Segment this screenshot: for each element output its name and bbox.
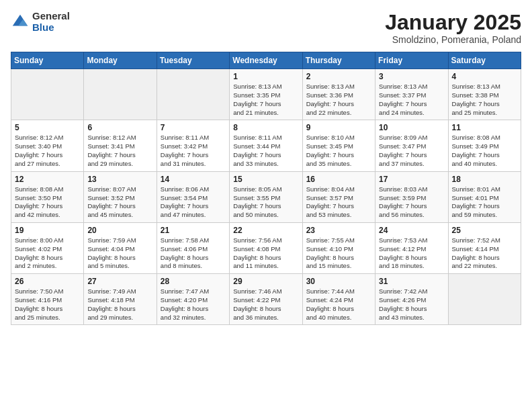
day-info: Sunrise: 8:05 AM Sunset: 3:55 PM Dayligh… <box>233 185 298 220</box>
day-info: Sunrise: 8:13 AM Sunset: 3:35 PM Dayligh… <box>233 83 298 117</box>
day-info: Sunrise: 7:44 AM Sunset: 4:24 PM Dayligh… <box>306 287 371 322</box>
weekday-header-thursday: Thursday <box>302 52 375 69</box>
day-number: 1 <box>233 72 298 81</box>
day-info: Sunrise: 8:07 AM Sunset: 3:52 PM Dayligh… <box>87 185 152 220</box>
month-title: January 2025 <box>385 11 521 34</box>
day-info: Sunrise: 8:04 AM Sunset: 3:57 PM Dayligh… <box>306 185 371 220</box>
day-info: Sunrise: 7:47 AM Sunset: 4:20 PM Dayligh… <box>161 287 226 322</box>
day-number: 26 <box>15 277 80 286</box>
calendar-cell: 11Sunrise: 8:08 AM Sunset: 3:49 PM Dayli… <box>448 120 521 171</box>
day-info: Sunrise: 7:53 AM Sunset: 4:12 PM Dayligh… <box>379 236 444 271</box>
calendar-cell: 1Sunrise: 8:13 AM Sunset: 3:35 PM Daylig… <box>230 69 302 120</box>
day-number: 29 <box>233 277 298 286</box>
calendar-cell: 3Sunrise: 8:13 AM Sunset: 3:37 PM Daylig… <box>375 69 448 120</box>
calendar-cell: 28Sunrise: 7:47 AM Sunset: 4:20 PM Dayli… <box>157 274 229 325</box>
day-info: Sunrise: 7:52 AM Sunset: 4:14 PM Dayligh… <box>452 236 517 271</box>
day-info: Sunrise: 7:55 AM Sunset: 4:10 PM Dayligh… <box>306 236 371 271</box>
day-number: 7 <box>161 123 226 132</box>
day-number: 22 <box>233 226 298 235</box>
day-number: 2 <box>306 72 371 81</box>
day-number: 20 <box>87 226 152 235</box>
calendar-cell: 10Sunrise: 8:09 AM Sunset: 3:47 PM Dayli… <box>375 120 448 171</box>
day-info: Sunrise: 8:11 AM Sunset: 3:44 PM Dayligh… <box>233 134 298 168</box>
day-info: Sunrise: 8:13 AM Sunset: 3:38 PM Dayligh… <box>452 83 517 117</box>
title-block: January 2025 Smoldzino, Pomerania, Polan… <box>385 11 521 45</box>
day-info: Sunrise: 8:12 AM Sunset: 3:40 PM Dayligh… <box>15 134 80 168</box>
day-number: 31 <box>379 277 444 286</box>
day-number: 23 <box>306 226 371 235</box>
day-number: 21 <box>161 226 226 235</box>
calendar-cell: 6Sunrise: 8:12 AM Sunset: 3:41 PM Daylig… <box>84 120 157 171</box>
calendar-cell: 31Sunrise: 7:42 AM Sunset: 4:26 PM Dayli… <box>375 274 448 325</box>
calendar-cell: 4Sunrise: 8:13 AM Sunset: 3:38 PM Daylig… <box>448 69 521 120</box>
day-number: 28 <box>161 277 226 286</box>
weekday-header-wednesday: Wednesday <box>230 52 302 69</box>
calendar-cell <box>84 69 157 120</box>
day-number: 24 <box>379 226 444 235</box>
day-info: Sunrise: 7:56 AM Sunset: 4:08 PM Dayligh… <box>233 236 298 271</box>
calendar-cell: 20Sunrise: 7:59 AM Sunset: 4:04 PM Dayli… <box>84 222 157 273</box>
day-info: Sunrise: 7:46 AM Sunset: 4:22 PM Dayligh… <box>233 287 298 322</box>
calendar-cell: 7Sunrise: 8:11 AM Sunset: 3:42 PM Daylig… <box>157 120 229 171</box>
calendar-cell: 26Sunrise: 7:50 AM Sunset: 4:16 PM Dayli… <box>11 274 84 325</box>
calendar-cell: 27Sunrise: 7:49 AM Sunset: 4:18 PM Dayli… <box>84 274 157 325</box>
calendar-week-row: 26Sunrise: 7:50 AM Sunset: 4:16 PM Dayli… <box>11 274 521 325</box>
calendar-cell: 18Sunrise: 8:01 AM Sunset: 4:01 PM Dayli… <box>448 171 521 222</box>
day-info: Sunrise: 8:03 AM Sunset: 3:59 PM Dayligh… <box>379 185 444 220</box>
day-number: 10 <box>379 123 444 132</box>
day-number: 13 <box>87 175 152 184</box>
calendar-cell: 2Sunrise: 8:13 AM Sunset: 3:36 PM Daylig… <box>302 69 375 120</box>
weekday-header-tuesday: Tuesday <box>157 52 229 69</box>
calendar-cell: 30Sunrise: 7:44 AM Sunset: 4:24 PM Dayli… <box>302 274 375 325</box>
calendar-week-row: 1Sunrise: 8:13 AM Sunset: 3:35 PM Daylig… <box>11 69 521 120</box>
day-number: 5 <box>15 123 80 132</box>
day-info: Sunrise: 8:08 AM Sunset: 3:50 PM Dayligh… <box>15 185 80 220</box>
calendar-cell: 13Sunrise: 8:07 AM Sunset: 3:52 PM Dayli… <box>84 171 157 222</box>
calendar-cell: 21Sunrise: 7:58 AM Sunset: 4:06 PM Dayli… <box>157 222 229 273</box>
day-number: 16 <box>306 175 371 184</box>
day-number: 8 <box>233 123 298 132</box>
calendar-cell: 12Sunrise: 8:08 AM Sunset: 3:50 PM Dayli… <box>11 171 84 222</box>
calendar-cell: 9Sunrise: 8:10 AM Sunset: 3:45 PM Daylig… <box>302 120 375 171</box>
day-number: 9 <box>306 123 371 132</box>
page-header: General Blue January 2025 Smoldzino, Pom… <box>11 11 521 45</box>
day-info: Sunrise: 8:00 AM Sunset: 4:02 PM Dayligh… <box>15 236 80 271</box>
day-number: 17 <box>379 175 444 184</box>
day-number: 25 <box>452 226 517 235</box>
day-number: 19 <box>15 226 80 235</box>
day-number: 11 <box>452 123 517 132</box>
day-number: 27 <box>87 277 152 286</box>
location-subtitle: Smoldzino, Pomerania, Poland <box>385 34 521 45</box>
day-info: Sunrise: 8:13 AM Sunset: 3:37 PM Dayligh… <box>379 83 444 117</box>
calendar-cell <box>157 69 229 120</box>
logo-general-label: General <box>32 11 70 22</box>
calendar-cell: 5Sunrise: 8:12 AM Sunset: 3:40 PM Daylig… <box>11 120 84 171</box>
day-number: 14 <box>161 175 226 184</box>
calendar-cell: 15Sunrise: 8:05 AM Sunset: 3:55 PM Dayli… <box>230 171 302 222</box>
day-info: Sunrise: 8:08 AM Sunset: 3:49 PM Dayligh… <box>452 134 517 168</box>
calendar-week-row: 12Sunrise: 8:08 AM Sunset: 3:50 PM Dayli… <box>11 171 521 222</box>
day-info: Sunrise: 7:49 AM Sunset: 4:18 PM Dayligh… <box>87 287 152 322</box>
calendar-cell: 19Sunrise: 8:00 AM Sunset: 4:02 PM Dayli… <box>11 222 84 273</box>
calendar-week-row: 5Sunrise: 8:12 AM Sunset: 3:40 PM Daylig… <box>11 120 521 171</box>
weekday-header-sunday: Sunday <box>11 52 84 69</box>
calendar-cell: 8Sunrise: 8:11 AM Sunset: 3:44 PM Daylig… <box>230 120 302 171</box>
calendar-cell: 23Sunrise: 7:55 AM Sunset: 4:10 PM Dayli… <box>302 222 375 273</box>
calendar-cell <box>448 274 521 325</box>
day-number: 4 <box>452 72 517 81</box>
day-info: Sunrise: 8:10 AM Sunset: 3:45 PM Dayligh… <box>306 134 371 168</box>
calendar-week-row: 19Sunrise: 8:00 AM Sunset: 4:02 PM Dayli… <box>11 222 521 273</box>
day-number: 18 <box>452 175 517 184</box>
day-info: Sunrise: 8:06 AM Sunset: 3:54 PM Dayligh… <box>161 185 226 220</box>
calendar-cell: 14Sunrise: 8:06 AM Sunset: 3:54 PM Dayli… <box>157 171 229 222</box>
day-info: Sunrise: 8:11 AM Sunset: 3:42 PM Dayligh… <box>161 134 226 168</box>
calendar-cell: 29Sunrise: 7:46 AM Sunset: 4:22 PM Dayli… <box>230 274 302 325</box>
weekday-header-friday: Friday <box>375 52 448 69</box>
day-info: Sunrise: 8:09 AM Sunset: 3:47 PM Dayligh… <box>379 134 444 168</box>
calendar-cell: 17Sunrise: 8:03 AM Sunset: 3:59 PM Dayli… <box>375 171 448 222</box>
day-info: Sunrise: 8:12 AM Sunset: 3:41 PM Dayligh… <box>87 134 152 168</box>
calendar-header-row: SundayMondayTuesdayWednesdayThursdayFrid… <box>11 52 521 69</box>
logo: General Blue <box>11 11 70 33</box>
calendar-cell: 25Sunrise: 7:52 AM Sunset: 4:14 PM Dayli… <box>448 222 521 273</box>
calendar-cell: 24Sunrise: 7:53 AM Sunset: 4:12 PM Dayli… <box>375 222 448 273</box>
